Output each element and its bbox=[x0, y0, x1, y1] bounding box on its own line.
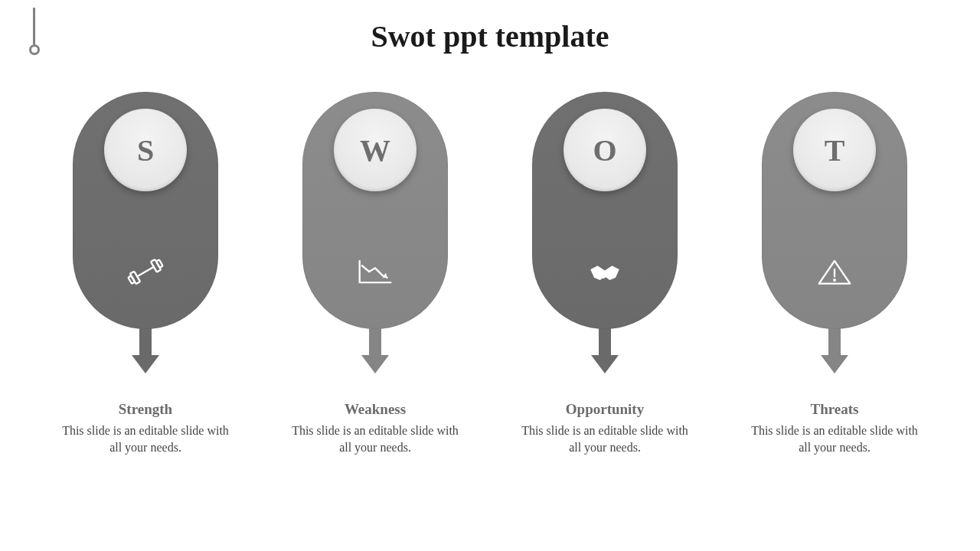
caption-threats: Threats This slide is an editable slide … bbox=[746, 401, 923, 455]
heading: Strength bbox=[57, 401, 234, 418]
swot-item-weakness: W Weakness This slide is an editable sli… bbox=[287, 92, 463, 455]
description: This slide is an editable slide with all… bbox=[517, 422, 693, 455]
swot-item-strength: S Strength bbox=[57, 92, 234, 455]
svg-line-0 bbox=[137, 267, 154, 277]
caption-weakness: Weakness This slide is an editable slide… bbox=[287, 401, 463, 455]
downtrend-icon bbox=[352, 253, 398, 291]
description: This slide is an editable slide with all… bbox=[57, 422, 234, 455]
dumbbell-icon bbox=[122, 253, 168, 291]
description: This slide is an editable slide with all… bbox=[287, 422, 463, 455]
swot-item-threats: T Threats This slide is an editable slid… bbox=[746, 92, 923, 455]
caption-opportunity: Opportunity This slide is an editable sl… bbox=[517, 401, 693, 455]
letter-badge: O bbox=[564, 109, 646, 191]
letter-badge: S bbox=[104, 109, 187, 191]
heading: Threats bbox=[746, 401, 923, 418]
heading: Weakness bbox=[287, 401, 463, 418]
warning-icon bbox=[812, 253, 858, 291]
svg-rect-3 bbox=[128, 276, 135, 283]
slide-title: Swot ppt template bbox=[0, 18, 980, 54]
arrow-down-icon bbox=[828, 328, 841, 373]
svg-rect-4 bbox=[156, 259, 163, 267]
pill-weakness: W bbox=[302, 92, 448, 329]
description: This slide is an editable slide with all… bbox=[746, 422, 923, 455]
swot-item-opportunity: O Opportunity This slide is an editable … bbox=[517, 92, 693, 455]
arrow-down-icon bbox=[139, 328, 152, 373]
arrow-down-icon bbox=[599, 328, 611, 373]
heading: Opportunity bbox=[517, 401, 693, 418]
pill-strength: S bbox=[73, 92, 218, 329]
pill-opportunity: O bbox=[532, 92, 678, 329]
arrow-down-icon bbox=[369, 328, 381, 373]
handshake-icon bbox=[582, 253, 628, 291]
slide: Swot ppt template S bbox=[0, 0, 980, 551]
letter-badge: T bbox=[793, 109, 876, 191]
svg-point-10 bbox=[833, 279, 836, 282]
pill-threats: T bbox=[762, 92, 907, 329]
swot-row: S Strength bbox=[0, 92, 980, 455]
caption-strength: Strength This slide is an editable slide… bbox=[57, 401, 234, 455]
letter-badge: W bbox=[334, 109, 416, 191]
